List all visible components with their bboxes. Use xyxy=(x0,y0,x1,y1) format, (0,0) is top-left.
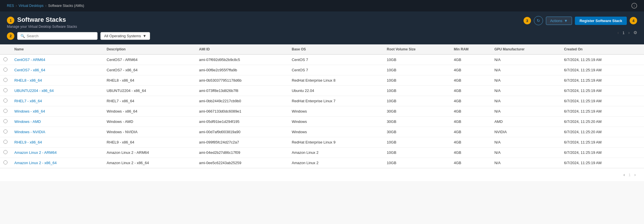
row-gpu-manufacturer-5: N/A xyxy=(491,106,561,117)
row-min-ram-9: 4GB xyxy=(450,148,491,158)
row-ami-id-3: ami-073ff8e13d826b7f8 xyxy=(196,86,288,96)
radio-input-9[interactable] xyxy=(3,150,7,154)
table-settings-icon[interactable]: ⚙ xyxy=(633,30,637,35)
row-root-volume-size-7: 30GB xyxy=(383,127,450,137)
radio-input-3[interactable] xyxy=(3,88,7,92)
radio-input-10[interactable] xyxy=(3,160,7,164)
row-select-1[interactable] xyxy=(0,65,11,75)
row-min-ram-7: 4GB xyxy=(450,127,491,137)
row-base-os-8: RedHat Enterprise Linux 9 xyxy=(288,137,383,148)
row-created-on-4: 6/7/2024, 11:25:19 AM xyxy=(561,96,644,106)
row-created-on-2: 6/7/2024, 11:25:19 AM xyxy=(561,75,644,86)
search-box: 🔍 xyxy=(17,32,98,40)
table-row: UBUNTU2204 - x86_64 UBUNTU2204 - x86_64 … xyxy=(0,86,644,96)
name-link-0[interactable]: CentOS7 - ARM64 xyxy=(14,58,45,62)
row-base-os-0: CentOS 7 xyxy=(288,54,383,65)
row-base-os-3: Ubuntu 22.04 xyxy=(288,86,383,96)
row-min-ram-3: 4GB xyxy=(450,86,491,96)
row-description-0: CentOS7 - ARM64 xyxy=(103,54,196,65)
row-root-volume-size-8: 10GB xyxy=(383,137,450,148)
row-base-os-10: Amazon Linux 2 xyxy=(288,158,383,168)
table-container: Name Description AMI ID Base OS Root Vol… xyxy=(0,44,644,168)
row-select-5[interactable] xyxy=(0,106,11,117)
row-select-10[interactable] xyxy=(0,158,11,168)
table-row: RHEL7 - x86_64 RHEL7 - x86_64 ami-0bb244… xyxy=(0,96,644,106)
row-select-3[interactable] xyxy=(0,86,11,96)
row-ami-id-5: ami-0667133d0dc6089e1 xyxy=(196,106,288,117)
name-link-10[interactable]: Amazon Linux 2 - x86_64 xyxy=(14,161,57,165)
col-header-name: Name xyxy=(11,44,103,54)
header-left: 1 Software Stacks Manage your Virtual De… xyxy=(7,16,524,40)
breadcrumb-virtual-desktops[interactable]: Virtual Desktops xyxy=(19,4,44,8)
header-pagination: ‹ 1 › ⚙ xyxy=(616,30,637,36)
name-link-6[interactable]: Windows - AMD xyxy=(14,119,41,124)
search-input[interactable] xyxy=(27,34,94,38)
row-gpu-manufacturer-10: N/A xyxy=(491,158,561,168)
radio-input-6[interactable] xyxy=(3,119,7,123)
radio-input-0[interactable] xyxy=(3,57,7,61)
row-name-5: Windows - x86_64 xyxy=(11,106,103,117)
bottom-next-page-button[interactable]: › xyxy=(633,172,637,178)
col-header-ami-id: AMI ID xyxy=(196,44,288,54)
row-select-9[interactable] xyxy=(0,148,11,158)
row-ami-id-6: ami-05df91be1d294f195 xyxy=(196,117,288,127)
name-link-9[interactable]: Amazon Linux 2 - ARM64 xyxy=(14,150,57,155)
name-link-5[interactable]: Windows - x86_64 xyxy=(14,109,45,113)
row-select-0[interactable] xyxy=(0,54,11,65)
row-ami-id-10: ami-0ee5c62243ab25259 xyxy=(196,158,288,168)
row-base-os-6: Windows xyxy=(288,117,383,127)
row-select-7[interactable] xyxy=(0,127,11,137)
row-select-6[interactable] xyxy=(0,117,11,127)
breadcrumb-res[interactable]: RES xyxy=(7,4,14,8)
row-description-7: Windows - NVIDIA xyxy=(103,127,196,137)
row-root-volume-size-6: 30GB xyxy=(383,117,450,127)
name-link-4[interactable]: RHEL7 - x86_64 xyxy=(14,99,42,103)
row-ami-id-4: ami-0bb2449c2217cb9b0 xyxy=(196,96,288,106)
radio-input-5[interactable] xyxy=(3,109,7,113)
row-description-10: Amazon Linux 2 - x86_64 xyxy=(103,158,196,168)
row-root-volume-size-5: 30GB xyxy=(383,106,450,117)
table-row: Amazon Linux 2 - ARM64 Amazon Linux 2 - … xyxy=(0,148,644,158)
row-name-2: RHEL8 - x86_64 xyxy=(11,75,103,86)
register-software-stack-button[interactable]: Register Software Stack xyxy=(575,17,627,25)
radio-input-8[interactable] xyxy=(3,140,7,144)
row-created-on-6: 6/7/2024, 11:25:20 AM xyxy=(561,117,644,127)
actions-button[interactable]: Actions ▼ xyxy=(546,17,572,25)
name-link-8[interactable]: RHEL9 - x86_64 xyxy=(14,140,42,144)
name-link-3[interactable]: UBUNTU2204 - x86_64 xyxy=(14,89,54,93)
row-min-ram-0: 4GB xyxy=(450,54,491,65)
row-gpu-manufacturer-4: N/A xyxy=(491,96,561,106)
row-ami-id-7: ami-00d7af9d003819a90 xyxy=(196,127,288,137)
row-select-8[interactable] xyxy=(0,137,11,148)
row-gpu-manufacturer-9: N/A xyxy=(491,148,561,158)
table-row: CentOS7 - ARM64 CentOS7 - ARM64 ami-07f6… xyxy=(0,54,644,65)
badge-4: 4 xyxy=(630,17,637,24)
row-created-on-7: 6/7/2024, 11:25:20 AM xyxy=(561,127,644,137)
row-base-os-7: Windows xyxy=(288,127,383,137)
row-name-0: CentOS7 - ARM64 xyxy=(11,54,103,65)
os-filter-select[interactable]: All Operating Systems ▼ xyxy=(100,32,150,40)
info-icon[interactable]: i xyxy=(631,3,637,9)
search-icon: 🔍 xyxy=(20,34,25,38)
row-select-2[interactable] xyxy=(0,75,11,86)
radio-input-7[interactable] xyxy=(3,129,7,133)
row-gpu-manufacturer-7: NVIDIA xyxy=(491,127,561,137)
name-link-2[interactable]: RHEL8 - x86_64 xyxy=(14,78,42,82)
row-created-on-1: 6/7/2024, 11:25:19 AM xyxy=(561,65,644,75)
row-select-4[interactable] xyxy=(0,96,11,106)
row-description-9: Amazon Linux 2 - ARM64 xyxy=(103,148,196,158)
name-link-7[interactable]: Windows - NVIDIA xyxy=(14,130,45,134)
row-min-ram-10: 4GB xyxy=(450,158,491,168)
row-base-os-9: Amazon Linux 2 xyxy=(288,148,383,158)
radio-input-1[interactable] xyxy=(3,68,7,72)
row-ami-id-1: ami-00f8e2c955f7ffa9b xyxy=(196,65,288,75)
radio-input-4[interactable] xyxy=(3,99,7,103)
refresh-button[interactable]: ↻ xyxy=(534,16,543,25)
name-link-1[interactable]: CentOS7 - x86_64 xyxy=(14,68,45,72)
badge-3: 3 xyxy=(524,17,531,24)
prev-page-button[interactable]: ‹ xyxy=(616,30,620,36)
next-page-button[interactable]: › xyxy=(627,30,631,36)
radio-input-2[interactable] xyxy=(3,78,7,82)
bottom-prev-page-button[interactable]: ‹ xyxy=(622,172,626,178)
row-created-on-8: 6/7/2024, 11:25:19 AM xyxy=(561,137,644,148)
